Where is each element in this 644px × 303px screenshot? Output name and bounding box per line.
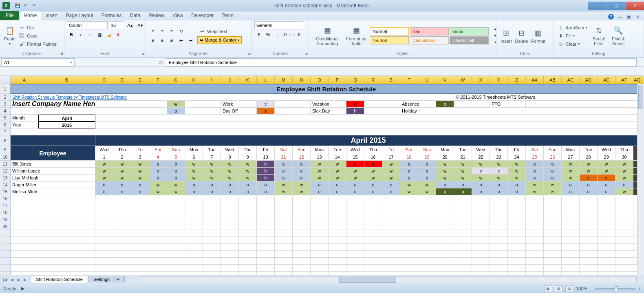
- cell[interactable]: [400, 216, 418, 223]
- cell[interactable]: 15: [346, 153, 364, 161]
- cell[interactable]: [311, 251, 329, 258]
- cell[interactable]: [95, 216, 113, 223]
- cell[interactable]: [382, 265, 400, 272]
- cell[interactable]: [364, 244, 382, 251]
- cell[interactable]: Lisa McHugh: [11, 175, 95, 181]
- cell[interactable]: [185, 265, 203, 272]
- cell[interactable]: 13: [311, 153, 329, 161]
- cell[interactable]: [113, 230, 131, 237]
- cell[interactable]: [257, 209, 275, 216]
- formula-bar[interactable]: Employee Shift Rotation Schedule: [166, 58, 637, 66]
- ribbon-tab-insert[interactable]: Insert: [41, 11, 62, 20]
- cell[interactable]: [580, 230, 598, 237]
- cell[interactable]: [293, 265, 311, 272]
- cell[interactable]: w: [167, 188, 185, 195]
- cell[interactable]: [239, 251, 257, 258]
- cell[interactable]: o: [418, 175, 436, 181]
- worksheet[interactable]: 1234567891011121314151617181920 ABCDEFGH…: [0, 76, 644, 275]
- cell[interactable]: o: [239, 181, 257, 188]
- cell[interactable]: [167, 209, 185, 216]
- cell[interactable]: [544, 251, 562, 258]
- cell[interactable]: Wed: [346, 146, 364, 153]
- cell[interactable]: w: [436, 168, 454, 175]
- cell[interactable]: v: [490, 168, 508, 175]
- row-header[interactable]: 11: [0, 161, 10, 168]
- cell[interactable]: [382, 244, 400, 251]
- cell[interactable]: [490, 237, 508, 244]
- row-header[interactable]: 6: [0, 122, 10, 128]
- window-min-icon[interactable]: —: [616, 13, 623, 20]
- cell[interactable]: h: [346, 108, 364, 115]
- cell[interactable]: [544, 244, 562, 251]
- cell[interactable]: [131, 258, 149, 265]
- cell[interactable]: o: [615, 181, 633, 188]
- cell[interactable]: [615, 272, 633, 275]
- col-header[interactable]: L: [257, 76, 275, 84]
- cell[interactable]: [131, 195, 149, 202]
- cell[interactable]: [472, 223, 490, 230]
- cell[interactable]: w: [293, 188, 311, 195]
- cell[interactable]: [131, 202, 149, 209]
- cell[interactable]: [167, 195, 185, 202]
- col-header[interactable]: J: [221, 76, 239, 84]
- cell[interactable]: [580, 209, 598, 216]
- cell[interactable]: w: [131, 175, 149, 181]
- cell[interactable]: w: [562, 161, 580, 168]
- cell[interactable]: w: [131, 161, 149, 168]
- cell[interactable]: [311, 265, 329, 272]
- cell[interactable]: [221, 223, 239, 230]
- cell[interactable]: Year: [11, 122, 38, 128]
- cell[interactable]: [544, 230, 562, 237]
- cell[interactable]: [526, 244, 544, 251]
- cell[interactable]: o: [382, 188, 400, 195]
- cell[interactable]: w: [167, 181, 185, 188]
- indent-dec-icon[interactable]: ⇤: [176, 36, 185, 44]
- cell[interactable]: w: [364, 175, 382, 181]
- style-good[interactable]: Good: [450, 27, 489, 35]
- cell[interactable]: o: [293, 168, 311, 175]
- cell[interactable]: [364, 108, 400, 115]
- cell[interactable]: [203, 223, 221, 230]
- cell[interactable]: [38, 265, 95, 272]
- cell[interactable]: [131, 223, 149, 230]
- cell[interactable]: [95, 251, 113, 258]
- cell[interactable]: [508, 230, 526, 237]
- cell[interactable]: o: [508, 188, 526, 195]
- inc-decimal-icon[interactable]: .0→: [282, 31, 291, 39]
- cell[interactable]: [239, 202, 257, 209]
- cell[interactable]: w: [346, 168, 364, 175]
- cell[interactable]: [436, 223, 454, 230]
- cell[interactable]: [113, 202, 131, 209]
- cell[interactable]: [257, 258, 275, 265]
- align-middle-icon[interactable]: ≡: [158, 27, 167, 35]
- col-header[interactable]: A: [11, 76, 38, 84]
- cell[interactable]: w: [311, 168, 329, 175]
- cell[interactable]: [113, 272, 131, 275]
- cell[interactable]: [113, 258, 131, 265]
- cell[interactable]: [275, 272, 293, 275]
- cell[interactable]: 16: [364, 153, 382, 161]
- cell[interactable]: Absence: [400, 101, 436, 108]
- cell[interactable]: [275, 265, 293, 272]
- cell[interactable]: o: [544, 175, 562, 181]
- cell[interactable]: [203, 216, 221, 223]
- normal-view-icon[interactable]: ▦: [544, 285, 552, 292]
- cell[interactable]: [364, 251, 382, 258]
- cell[interactable]: [131, 251, 149, 258]
- cell[interactable]: [293, 216, 311, 223]
- cell[interactable]: 14: [329, 153, 346, 161]
- cell[interactable]: [454, 216, 472, 223]
- cell[interactable]: [293, 258, 311, 265]
- cell[interactable]: [329, 251, 346, 258]
- cell[interactable]: [526, 230, 544, 237]
- cell[interactable]: o: [490, 181, 508, 188]
- cell[interactable]: [436, 237, 454, 244]
- cell[interactable]: o: [311, 181, 329, 188]
- cell[interactable]: [526, 216, 544, 223]
- cell[interactable]: o: [167, 168, 185, 175]
- cell[interactable]: William Lopez: [11, 168, 95, 175]
- cell[interactable]: w: [615, 161, 633, 168]
- cell[interactable]: o: [293, 175, 311, 181]
- cell[interactable]: [526, 237, 544, 244]
- cell[interactable]: [167, 202, 185, 209]
